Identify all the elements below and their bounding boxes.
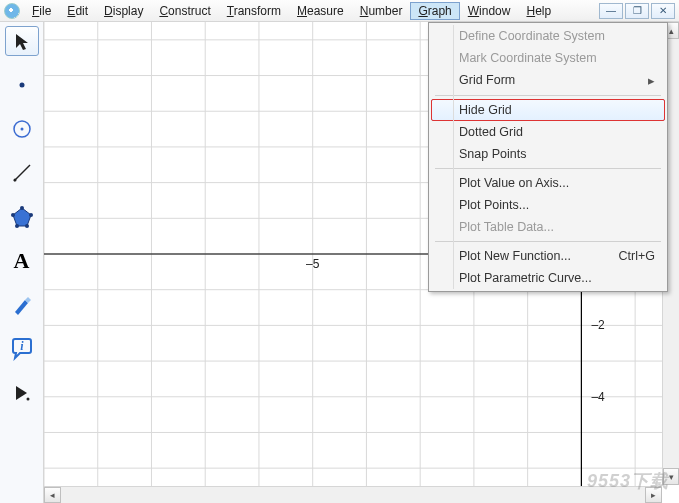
menu-transform[interactable]: Transform (219, 2, 289, 20)
app-icon (4, 3, 20, 19)
tool-line[interactable] (5, 158, 39, 188)
menu-item-dotted-grid[interactable]: Dotted Grid (431, 121, 665, 143)
svg-point-10 (11, 213, 15, 217)
svg-point-2 (20, 128, 23, 131)
svg-point-8 (25, 224, 29, 228)
menu-item-define-coordinate-system: Define Coordinate System (431, 25, 665, 47)
close-button[interactable]: ✕ (651, 3, 675, 19)
menu-graph[interactable]: Graph (410, 2, 459, 20)
menu-number[interactable]: Number (352, 2, 411, 20)
scroll-left-button[interactable]: ◂ (44, 487, 61, 503)
menu-item-mark-coordinate-system: Mark Coordinate System (431, 47, 665, 69)
horizontal-scrollbar[interactable]: ◂ ▸ (44, 486, 662, 503)
menu-separator (435, 168, 661, 169)
tool-palette: A i (0, 22, 44, 503)
tool-custom[interactable] (5, 378, 39, 408)
y-tick-label: –2 (591, 318, 605, 332)
graph-menu-dropdown: Define Coordinate SystemMark Coordinate … (428, 22, 668, 292)
menu-display[interactable]: Display (96, 2, 151, 20)
tool-polygon[interactable] (5, 202, 39, 232)
tool-text[interactable]: A (5, 246, 39, 276)
svg-point-7 (29, 213, 33, 217)
restore-button[interactable]: ❐ (625, 3, 649, 19)
menu-item-plot-points[interactable]: Plot Points... (431, 194, 665, 216)
menu-item-grid-form[interactable]: Grid Form▸ (431, 69, 665, 92)
menu-item-plot-parametric-curve[interactable]: Plot Parametric Curve... (431, 267, 665, 289)
tool-circle[interactable] (5, 114, 39, 144)
svg-text:i: i (20, 339, 24, 353)
menu-separator (435, 241, 661, 242)
menu-separator (435, 95, 661, 96)
menu-item-plot-new-function[interactable]: Plot New Function...Ctrl+G (431, 245, 665, 267)
menu-file[interactable]: File (24, 2, 59, 20)
minimize-button[interactable]: — (599, 3, 623, 19)
menu-edit[interactable]: Edit (59, 2, 96, 20)
menu-window[interactable]: Window (460, 2, 519, 20)
menubar: FileEditDisplayConstructTransformMeasure… (0, 0, 679, 22)
svg-point-4 (13, 179, 16, 182)
menu-gutter (453, 25, 454, 289)
tool-info[interactable]: i (5, 334, 39, 364)
menu-item-plot-table-data: Plot Table Data... (431, 216, 665, 238)
svg-point-9 (15, 224, 19, 228)
svg-marker-5 (13, 208, 31, 226)
svg-line-3 (14, 165, 30, 181)
tool-marker[interactable] (5, 290, 39, 320)
tool-point[interactable] (5, 70, 39, 100)
watermark: 9553下载 (587, 469, 669, 493)
svg-point-6 (20, 206, 24, 210)
x-tick-label: –5 (306, 257, 320, 271)
svg-point-12 (26, 398, 29, 401)
y-tick-label: –4 (591, 390, 605, 404)
menu-help[interactable]: Help (518, 2, 559, 20)
tool-arrow[interactable] (5, 26, 39, 56)
window-controls: — ❐ ✕ (599, 3, 675, 19)
svg-point-0 (19, 83, 24, 88)
menu-construct[interactable]: Construct (151, 2, 218, 20)
menu-item-hide-grid[interactable]: Hide Grid (431, 99, 665, 121)
menu-measure[interactable]: Measure (289, 2, 352, 20)
menu-item-plot-value-on-axis[interactable]: Plot Value on Axis... (431, 172, 665, 194)
menu-item-snap-points[interactable]: Snap Points (431, 143, 665, 165)
